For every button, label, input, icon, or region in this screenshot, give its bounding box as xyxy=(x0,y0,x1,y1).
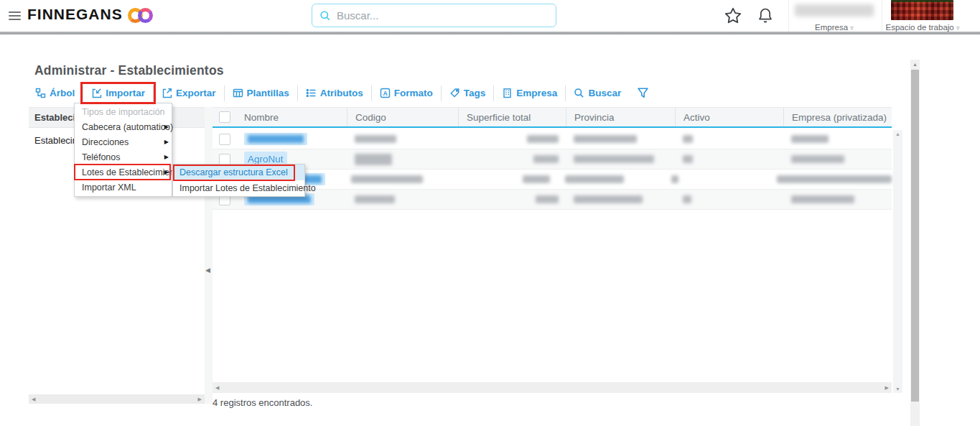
toolbar-label: Exportar xyxy=(176,88,216,98)
submenu-item-descargar-estructura-excel[interactable]: Descargar estructura Excel xyxy=(173,165,304,180)
top-bar: FINNEGANS Empresa ▿ Espacio de trabajo ▿ xyxy=(0,0,980,32)
logo-text: FINNEGANS xyxy=(27,6,123,23)
favorites-star-icon[interactable] xyxy=(724,6,742,28)
redacted-cell xyxy=(355,154,392,165)
column-header-superficie[interactable]: Superficie total xyxy=(458,108,566,126)
submenu-item-importar-lotes[interactable]: Importar Lotes de Establecimiento xyxy=(173,180,304,196)
submenu-item-label: Descargar estructura Excel xyxy=(179,167,288,177)
select-all-checkbox[interactable] xyxy=(219,111,230,123)
scroll-down-icon[interactable]: ▼ xyxy=(893,386,902,392)
toolbar-filter-button[interactable] xyxy=(629,83,657,103)
toolbar-label: Plantillas xyxy=(247,88,289,98)
menu-item-label: Importar XML xyxy=(82,182,136,193)
menu-item-telefonos[interactable]: Teléfonos ▶ xyxy=(75,149,172,165)
menu-item-label: Teléfonos xyxy=(82,152,121,162)
company-name-redacted xyxy=(795,4,874,17)
submenu-arrow-icon: ▶ xyxy=(164,139,169,145)
toolbar-tags-button[interactable]: Tags xyxy=(442,83,494,103)
workspace-selector-label: Espacio de trabajo xyxy=(886,23,954,32)
scroll-up-icon[interactable]: ▲ xyxy=(893,131,902,136)
redacted-cell xyxy=(536,195,559,203)
global-search[interactable] xyxy=(312,4,556,27)
toolbar-label: Importar xyxy=(106,88,145,98)
global-search-input[interactable] xyxy=(337,9,549,22)
table-horizontal-scrollbar[interactable]: ◀ ▶ xyxy=(213,382,892,393)
redacted-cell xyxy=(683,155,693,163)
toolbar-plantillas-button[interactable]: Plantillas xyxy=(225,83,297,103)
scroll-right-icon[interactable]: ▶ xyxy=(198,397,202,402)
redacted-cell xyxy=(527,135,559,143)
toolbar-label: Formato xyxy=(394,88,433,98)
table-vertical-scrollbar[interactable]: ▲ ▼ xyxy=(893,130,902,393)
toolbar-label: Tags xyxy=(464,88,486,98)
toolbar-label: Árbol xyxy=(50,88,75,98)
toolbar-exportar-button[interactable]: Exportar xyxy=(154,83,224,103)
submenu-arrow-icon: ▶ xyxy=(164,154,169,160)
workspace-selector[interactable]: Espacio de trabajo ▿ xyxy=(883,23,962,32)
table-header-row: Nombre Codigo Superficie total Provincia… xyxy=(213,107,892,128)
notifications-bell-icon[interactable] xyxy=(757,6,774,28)
logo-infinity-icon xyxy=(128,8,153,23)
actions-toolbar: Árbol Importar Exportar Plantillas Atrib… xyxy=(27,83,657,103)
page-title: Administrar - Establecimientos xyxy=(34,63,224,78)
panel-splitter[interactable]: ◀ xyxy=(205,107,213,404)
page-vertical-scrollbar[interactable]: ▲ xyxy=(910,60,920,426)
redacted-cell xyxy=(351,175,423,183)
menu-item-cabecera[interactable]: Cabecera (automatico) ▶ xyxy=(75,119,172,134)
scroll-up-icon[interactable]: ▲ xyxy=(910,62,920,67)
menu-item-lotes-establecimiento[interactable]: Lotes de Establecimiento ▶ xyxy=(75,165,172,180)
menu-item-importar-xml[interactable]: Importar XML xyxy=(75,180,172,195)
attributes-list-icon xyxy=(306,88,317,98)
tree-panel-horizontal-scrollbar[interactable]: ◀ ▶ xyxy=(29,394,205,404)
column-header-nombre[interactable]: Nombre xyxy=(236,108,347,126)
templates-icon xyxy=(233,88,243,98)
menu-item-direcciones[interactable]: Direcciones ▶ xyxy=(75,134,172,149)
row-checkbox[interactable] xyxy=(219,134,230,145)
scroll-left-icon[interactable]: ◀ xyxy=(32,397,35,402)
redacted-cell xyxy=(683,135,693,143)
toolbar-atributos-button[interactable]: Atributos xyxy=(298,83,371,103)
scroll-right-icon[interactable]: ▶ xyxy=(885,385,889,391)
toolbar-arbol-button[interactable]: Árbol xyxy=(27,83,83,103)
redacted-cell xyxy=(671,175,678,183)
empresa-selector[interactable]: Empresa ▿ xyxy=(795,23,874,32)
redacted-name xyxy=(248,135,304,143)
scrollbar-thumb[interactable] xyxy=(911,70,919,402)
collapse-panel-icon[interactable]: ◀ xyxy=(205,267,210,274)
records-found-status: 4 registros encontrados. xyxy=(213,397,312,408)
export-icon xyxy=(162,88,172,98)
chevron-down-icon: ▿ xyxy=(956,24,960,32)
search-icon xyxy=(319,10,331,22)
toolbar-buscar-button[interactable]: Buscar xyxy=(566,83,629,103)
header-divider xyxy=(788,0,789,32)
toolbar-formato-button[interactable]: A Formato xyxy=(372,83,441,103)
tree-icon xyxy=(35,88,46,98)
table-row[interactable]: AgroNut xyxy=(213,149,892,170)
redacted-cell xyxy=(574,155,654,163)
toolbar-importar-button[interactable]: Importar xyxy=(83,83,153,103)
redacted-cell xyxy=(533,155,559,163)
redacted-cell xyxy=(355,195,395,203)
import-dropdown-menu: Tipos de importación Cabecera (automatic… xyxy=(74,103,172,197)
workspace-image-redacted xyxy=(891,0,953,20)
redacted-cell xyxy=(791,155,844,163)
scroll-left-icon[interactable]: ◀ xyxy=(215,385,219,391)
app-logo: FINNEGANS xyxy=(27,6,153,23)
hamburger-menu-icon[interactable] xyxy=(9,11,21,20)
empresa-selector-label: Empresa xyxy=(815,23,848,32)
table-body: AgroNut xyxy=(213,129,892,210)
header-divider xyxy=(882,0,882,32)
redacted-cell xyxy=(791,135,829,143)
table-row[interactable] xyxy=(213,129,892,149)
column-header-codigo[interactable]: Codigo xyxy=(347,108,458,126)
toolbar-label: Atributos xyxy=(320,88,363,98)
import-icon xyxy=(91,88,102,98)
lotes-submenu: Descargar estructura Excel Importar Lote… xyxy=(172,164,305,197)
redacted-cell xyxy=(355,135,396,143)
column-header-provincia[interactable]: Provincia xyxy=(566,108,675,126)
column-header-activo[interactable]: Activo xyxy=(675,108,783,126)
row-name-link[interactable]: AgroNut xyxy=(248,154,284,165)
redacted-cell xyxy=(791,195,854,203)
column-header-empresa[interactable]: Empresa (privatizada) xyxy=(783,108,892,126)
toolbar-empresa-button[interactable]: Empresa xyxy=(494,83,565,103)
